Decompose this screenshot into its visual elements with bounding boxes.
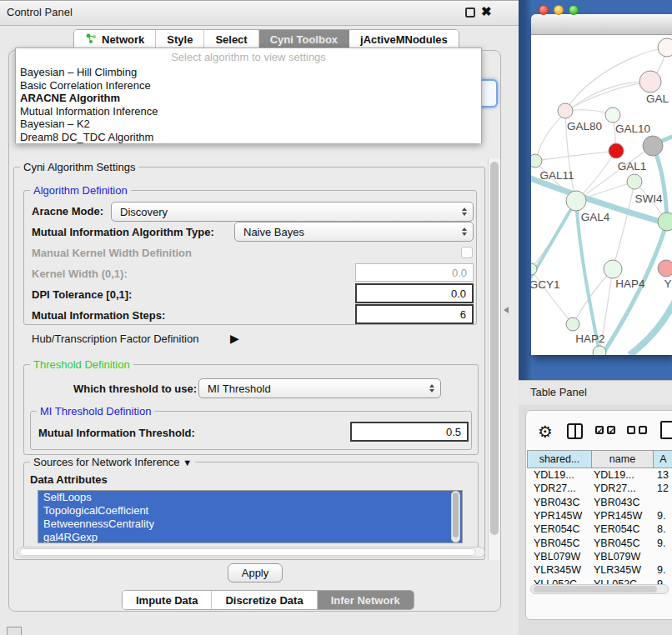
table-row[interactable]: YBR045CYBR045C9. xyxy=(527,536,672,549)
scrollbar-thumb[interactable] xyxy=(19,548,476,556)
network-node[interactable] xyxy=(658,260,672,277)
algorithm-option-mutual-information-inference[interactable]: Mutual Information Inference xyxy=(16,105,481,118)
network-node[interactable] xyxy=(627,174,642,189)
tab-label: jActiveMNodules xyxy=(360,33,448,46)
algorithm-option-aracne-algorithm[interactable]: ARACNE Algorithm xyxy=(16,92,481,105)
network-node[interactable] xyxy=(558,103,573,118)
bottom-tab-discretize-data[interactable]: Discretize Data xyxy=(212,591,317,609)
settings-vertical-scrollbar[interactable] xyxy=(488,158,500,560)
select-all-checkbox-icon[interactable]: ✓ xyxy=(607,426,615,434)
network-node[interactable] xyxy=(658,212,672,231)
tab-network[interactable]: Network xyxy=(74,30,156,49)
tab-jactivemnodules[interactable]: jActiveMNodules xyxy=(349,30,459,49)
network-node[interactable] xyxy=(605,108,620,122)
scrollbar-thumb[interactable] xyxy=(534,586,657,592)
network-node[interactable] xyxy=(658,38,672,57)
close-traffic-light-icon[interactable] xyxy=(539,5,549,15)
dock-panel-icon[interactable] xyxy=(7,627,22,635)
network-node[interactable] xyxy=(531,263,537,275)
minimize-traffic-light-icon[interactable] xyxy=(554,5,564,15)
column-header-name[interactable]: name xyxy=(592,450,654,468)
tab-style[interactable]: Style xyxy=(156,30,204,49)
data-attribute-option-topologicalcoefficient[interactable]: TopologicalCoefficient xyxy=(38,504,462,518)
collapse-arrow-icon[interactable]: ▼ xyxy=(183,458,192,468)
kernel-width-input[interactable]: 0.0 xyxy=(355,263,474,282)
table-row[interactable]: YPR145WYPR145W9. xyxy=(527,509,672,522)
algorithm-option-basic-correlation-inference[interactable]: Basic Correlation Inference xyxy=(16,79,481,92)
network-node[interactable] xyxy=(639,71,661,92)
which-threshold-select[interactable]: MI Threshold xyxy=(198,378,441,398)
splitter-collapse-icon[interactable] xyxy=(504,307,509,313)
network-node[interactable] xyxy=(531,154,542,168)
gear-icon[interactable]: ⚙ xyxy=(538,422,553,442)
float-window-icon[interactable] xyxy=(465,8,475,18)
algorithm-option-dream8-dc-tdc-algorithm[interactable]: Dream8 DC_TDC Algorithm xyxy=(16,131,481,144)
expand-arrow-icon[interactable]: ▶ xyxy=(230,332,239,345)
network-node[interactable] xyxy=(609,143,624,158)
network-node[interactable] xyxy=(593,346,606,355)
table-row[interactable]: YBR043CYBR043C xyxy=(527,496,672,509)
mi-type-label: Mutual Information Algorithm Type: xyxy=(32,226,214,238)
data-attribute-option-selfloops[interactable]: SelfLoops xyxy=(38,491,462,504)
cell-name: YLL052C xyxy=(592,578,654,584)
cell-name: YBR045C xyxy=(592,538,654,549)
select-all-checkbox-icon[interactable]: ✓ xyxy=(595,426,604,434)
cell-shared-name: YER054C xyxy=(527,523,592,535)
node-label-gal80: GAL80 xyxy=(567,120,602,132)
node-label-y: Y xyxy=(664,278,671,290)
mi-steps-input[interactable]: 6 xyxy=(355,304,474,324)
network-node[interactable] xyxy=(566,318,579,331)
scrollbar-thumb[interactable] xyxy=(490,162,499,535)
network-node[interactable] xyxy=(643,136,663,156)
apply-button[interactable]: Apply xyxy=(228,563,283,582)
column-header-shared-name[interactable]: shared... xyxy=(527,450,592,468)
table-row[interactable]: YDR27...YDR27...12 xyxy=(527,482,672,495)
data-attribute-option-gal4rgexp[interactable]: gal4RGexp xyxy=(38,531,462,543)
mi-threshold-input[interactable]: 0.5 xyxy=(350,422,469,442)
algorithm-option-bayesian-hill-climbing[interactable]: Bayesian – Hill Climbing xyxy=(16,66,481,79)
table-row[interactable]: YLR345WYLR345W9. xyxy=(527,563,672,577)
deselect-all-checkbox-icon[interactable] xyxy=(639,426,647,434)
table-row[interactable]: YER054CYER054C8. xyxy=(527,522,672,536)
manual-kernel-checkbox[interactable] xyxy=(461,247,473,258)
scrollbar-thumb[interactable] xyxy=(453,492,459,538)
control-panel-titlebar xyxy=(0,0,519,26)
node-label-gal10: GAL10 xyxy=(615,122,650,135)
network-node[interactable] xyxy=(566,191,586,211)
bottom-tab-impute-data[interactable]: Impute Data xyxy=(123,591,212,609)
network-canvas[interactable]: GALGAL80GAL10GAL1GAL11GAL4SWI4GCY1HAP4YH… xyxy=(531,35,672,355)
column-header-partial[interactable]: A xyxy=(654,450,672,468)
cell-value: 9. xyxy=(654,538,672,549)
bottom-tab-infer-network[interactable]: Infer Network xyxy=(318,591,414,609)
hub-definition-label[interactable]: Hub/Transcription Factor Definition xyxy=(32,332,198,345)
data-attribute-option-betweennesscentrality[interactable]: BetweennessCentrality xyxy=(38,518,462,531)
attributes-list-scrollbar[interactable] xyxy=(451,491,460,542)
table-horizontal-scrollbar[interactable] xyxy=(530,584,669,594)
data-attributes-list[interactable]: SelfLoopsTopologicalCoefficientBetweenne… xyxy=(38,490,463,543)
dpi-tolerance-input[interactable]: 0.0 xyxy=(355,283,474,303)
settings-horizontal-scrollbar[interactable] xyxy=(17,547,485,558)
tab-cyni-toolbox[interactable]: Cyni Toolbox xyxy=(259,30,349,49)
table-panel-title: Table Panel xyxy=(530,386,587,398)
close-icon[interactable]: ✖ xyxy=(481,4,492,19)
sources-legend[interactable]: Sources for Network Inference ▼ xyxy=(30,456,195,468)
network-node[interactable] xyxy=(604,260,622,278)
table-row[interactable]: YBL079WYBL079W xyxy=(527,550,672,563)
deselect-all-checkbox-icon[interactable] xyxy=(627,426,635,434)
algorithm-option-bayesian-k2[interactable]: Bayesian – K2 xyxy=(16,118,481,131)
table-row[interactable]: YLL052CYLL052C9. xyxy=(527,577,672,584)
tab-label: Network xyxy=(102,33,144,46)
mi-steps-label: Mutual Information Steps: xyxy=(32,309,165,322)
table-row[interactable]: YDL19...YDL19...13 xyxy=(527,468,672,482)
columns-icon[interactable] xyxy=(567,423,583,439)
mi-type-select[interactable]: Naive Bayes xyxy=(234,222,474,242)
kernel-width-label: Kernel Width (0,1): xyxy=(32,268,128,280)
zoom-traffic-light-icon[interactable] xyxy=(569,5,579,15)
app-root: { "control_panel": { "title": "Control P… xyxy=(0,0,672,635)
network-window-titlebar[interactable] xyxy=(531,14,672,35)
tab-select[interactable]: Select xyxy=(204,30,258,49)
tab-label: Cyni Toolbox xyxy=(270,33,338,46)
cyni-settings-legend: Cyni Algorithm Settings xyxy=(20,161,138,173)
document-icon[interactable] xyxy=(660,421,672,439)
aracne-mode-select[interactable]: Discovery xyxy=(111,202,474,222)
